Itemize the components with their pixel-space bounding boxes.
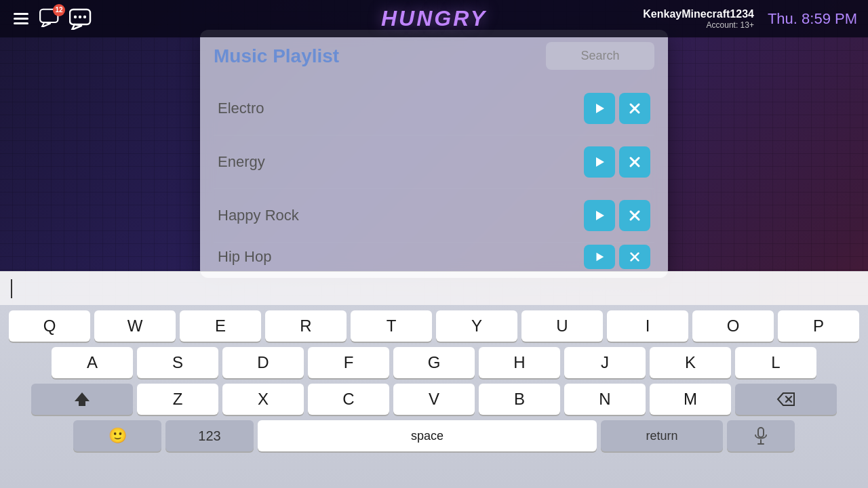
key-p[interactable]: P [778, 310, 859, 342]
remove-button[interactable] [619, 146, 650, 178]
keyboard-row-3: Z X C V B N M [4, 384, 864, 415]
playlist-items: Electro Energy [214, 82, 654, 271]
playlist-title: Music Playlist [214, 45, 339, 67]
key-g[interactable]: G [393, 347, 475, 378]
key-v[interactable]: V [393, 384, 475, 415]
key-a[interactable]: A [52, 347, 133, 378]
playlist-header: Music Playlist Search [214, 42, 654, 70]
key-l[interactable]: L [735, 347, 816, 378]
chat-button[interactable]: 12 [39, 8, 61, 30]
key-y[interactable]: Y [436, 310, 517, 342]
key-c[interactable]: C [308, 384, 389, 415]
svg-point-5 [83, 15, 86, 18]
account-label: Account: 13+ [707, 20, 754, 30]
backspace-key[interactable] [735, 384, 837, 415]
key-e[interactable]: E [180, 310, 261, 342]
play-button[interactable] [584, 146, 615, 178]
key-j[interactable]: J [564, 347, 646, 378]
svg-rect-22 [758, 428, 764, 437]
keyboard-row-4: 🙂 123 space return [4, 420, 864, 451]
key-k[interactable]: K [650, 347, 731, 378]
key-t[interactable]: T [351, 310, 432, 342]
play-icon [593, 251, 606, 263]
game-title: HUNGRY [381, 6, 487, 31]
item-actions [584, 245, 650, 269]
keyboard-row-1: Q W E R T Y U I O P [4, 310, 864, 342]
key-u[interactable]: U [521, 310, 603, 342]
user-info: KenkayMinecraft1234 Account: 13+ [643, 8, 754, 30]
play-icon [593, 209, 606, 222]
shift-key[interactable] [31, 384, 133, 415]
key-z[interactable]: Z [137, 384, 218, 415]
close-icon [628, 102, 642, 115]
search-input-bar [0, 271, 868, 305]
datetime: Thu. 8:59 PM [768, 10, 857, 28]
svg-marker-7 [596, 104, 604, 113]
svg-point-3 [74, 15, 77, 18]
item-actions [584, 146, 650, 178]
svg-marker-6 [72, 24, 81, 30]
keyboard-row-2: A S D F G H J K L [4, 347, 864, 378]
return-key[interactable]: return [601, 420, 723, 451]
remove-button[interactable] [619, 245, 650, 269]
chat-badge: 12 [53, 4, 65, 16]
svg-marker-13 [596, 211, 604, 220]
key-s[interactable]: S [137, 347, 218, 378]
track-name: Happy Rock [218, 207, 299, 224]
svg-marker-10 [596, 157, 604, 167]
key-b[interactable]: B [479, 384, 560, 415]
keyboard: Q W E R T Y U I O P A S D F G H J K L Z … [0, 305, 868, 488]
remove-button[interactable] [619, 200, 650, 231]
numbers-key[interactable]: 123 [165, 420, 254, 451]
key-d[interactable]: D [222, 347, 304, 378]
play-button[interactable] [584, 93, 615, 124]
search-button[interactable]: Search [546, 42, 654, 70]
key-n[interactable]: N [564, 384, 646, 415]
top-bar: 12 HUNGRY KenkayMinecraft1234 Account: 1… [0, 0, 868, 37]
dots-chat-icon [69, 8, 94, 30]
shift-icon [73, 390, 91, 408]
track-name: Electro [218, 100, 264, 117]
key-o[interactable]: O [692, 310, 774, 342]
close-icon [628, 209, 642, 222]
svg-marker-1 [42, 22, 50, 27]
list-item: Energy [214, 136, 654, 189]
svg-marker-19 [75, 392, 90, 406]
space-key[interactable]: space [258, 420, 597, 451]
svg-marker-16 [597, 253, 604, 262]
key-m[interactable]: M [650, 384, 731, 415]
list-item: Happy Rock [214, 189, 654, 243]
play-button[interactable] [584, 245, 615, 269]
microphone-key[interactable] [727, 420, 795, 451]
play-button[interactable] [584, 200, 615, 231]
emoji-key[interactable]: 🙂 [73, 420, 161, 451]
close-icon [629, 251, 641, 263]
playlist-modal: Music Playlist Search Electro Energy [200, 30, 668, 278]
key-f[interactable]: F [308, 347, 389, 378]
play-icon [593, 155, 606, 169]
svg-point-4 [79, 15, 81, 18]
key-q[interactable]: Q [9, 310, 90, 342]
close-icon [628, 155, 642, 169]
microphone-icon [753, 427, 768, 445]
top-bar-left: 12 [11, 8, 94, 30]
backspace-icon [776, 392, 795, 407]
track-name: Energy [218, 153, 265, 171]
text-cursor [11, 279, 12, 298]
item-actions [584, 93, 650, 124]
key-i[interactable]: I [607, 310, 688, 342]
key-w[interactable]: W [94, 310, 176, 342]
dots-chat-button[interactable] [69, 8, 94, 30]
remove-button[interactable] [619, 93, 650, 124]
key-h[interactable]: H [479, 347, 560, 378]
key-x[interactable]: X [222, 384, 304, 415]
menu-button[interactable] [11, 10, 31, 27]
list-item: Hip Hop [214, 243, 654, 271]
item-actions [584, 200, 650, 231]
track-name: Hip Hop [218, 248, 271, 266]
list-item: Electro [214, 82, 654, 136]
username: KenkayMinecraft1234 [643, 8, 754, 20]
play-icon [593, 102, 606, 115]
key-r[interactable]: R [265, 310, 347, 342]
